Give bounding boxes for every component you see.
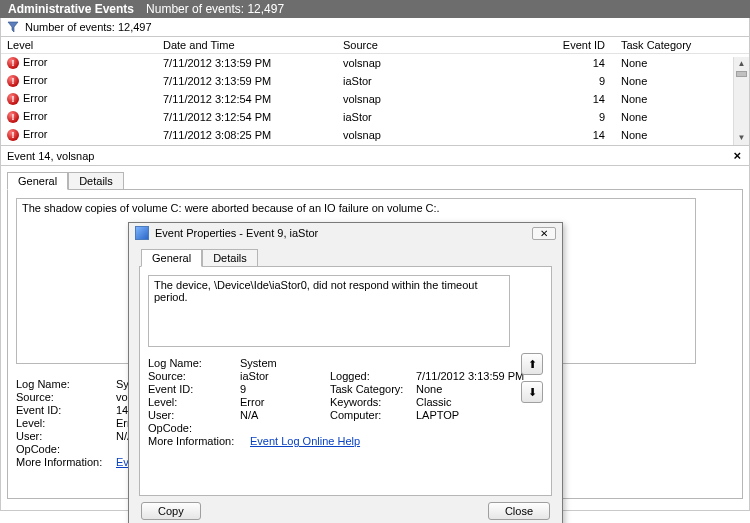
dialog-titlebar[interactable]: Event Properties - Event 9, iaStor ✕ [129,223,562,243]
dlg-link-help[interactable]: Event Log Online Help [250,435,360,447]
cell-source: volsnap [337,127,551,143]
dlg-lbl-opcode: OpCode: [148,422,240,434]
cell-date: 7/11/2012 3:13:59 PM [157,55,337,71]
dlg-val-logname: System [240,357,330,369]
event-properties-dialog: Event Properties - Event 9, iaStor ✕ Gen… [128,222,563,523]
dialog-tab-panel: The device, \Device\Ide\iaStor0, did not… [139,266,552,496]
dialog-props: Log Name:System Source:iaStor Logged:7/1… [148,357,543,447]
cell-level: Error [23,92,47,104]
dlg-lbl-source: Source: [148,370,240,382]
cell-source: iaStor [337,73,551,89]
cell-task: None [611,145,721,146]
cell-task: None [611,127,721,143]
error-icon: ! [7,57,19,69]
dlg-val-eventid: 9 [240,383,330,395]
dialog-tabs: General Details [141,249,552,267]
grid-header[interactable]: Level Date and Time Source Event ID Task… [1,37,749,54]
subheader-count: Number of events: 12,497 [25,21,152,33]
subheader: Number of events: 12,497 [0,18,750,37]
error-icon: ! [7,75,19,87]
cell-task: None [611,91,721,107]
dialog-body: General Details The device, \Device\Ide\… [129,243,562,523]
scroll-up[interactable]: ▲ [734,57,749,71]
cell-level: Error [23,128,47,140]
filter-icon [7,21,19,33]
dlg-lbl-task: Task Category: [330,383,416,395]
dlg-val-task: None [416,383,536,395]
grid-scrollbar[interactable]: ▲ ▼ [733,57,749,145]
error-icon: ! [7,111,19,123]
lbl-level: Level: [16,417,116,429]
col-eventid[interactable]: Event ID [551,37,611,53]
cell-date: 7/11/2012 3:08:25 PM [157,145,337,146]
table-row[interactable]: !Error7/11/2012 3:13:59 PMiaStor9None [1,72,749,90]
cell-date: 7/11/2012 3:12:54 PM [157,91,337,107]
cell-eventid: 14 [551,127,611,143]
dlg-val-level: Error [240,396,330,408]
col-task[interactable]: Task Category [611,37,721,53]
next-event-button[interactable]: ⬇ [521,381,543,403]
detail-tabs: General Details [7,172,743,190]
cell-source: volsnap [337,91,551,107]
event-grid: Level Date and Time Source Event ID Task… [0,37,750,146]
lbl-eventid: Event ID: [16,404,116,416]
error-icon: ! [7,93,19,105]
dialog-title-text: Event Properties - Event 9, iaStor [155,227,318,239]
detail-close[interactable]: × [729,148,745,163]
cell-task: None [611,55,721,71]
cell-date: 7/11/2012 3:08:25 PM [157,127,337,143]
error-icon: ! [7,129,19,141]
title-count: Number of events: 12,497 [146,2,284,16]
table-row[interactable]: !Error7/11/2012 3:08:25 PMvolsnap14None [1,126,749,144]
dlg-lbl-logname: Log Name: [148,357,240,369]
table-row[interactable]: !Error7/11/2012 3:13:59 PMvolsnap14None [1,54,749,72]
tab-details[interactable]: Details [68,172,124,190]
dlg-val-keywords: Classic [416,396,536,408]
tab-general[interactable]: General [7,172,68,190]
col-date[interactable]: Date and Time [157,37,337,53]
dlg-val-source: iaStor [240,370,330,382]
cell-date: 7/11/2012 3:13:59 PM [157,73,337,89]
detail-header: Event 14, volsnap × [0,146,750,166]
table-row[interactable]: !Error7/11/2012 3:12:54 PMiaStor9None [1,108,749,126]
copy-button[interactable]: Copy [141,502,201,520]
dlg-lbl-user: User: [148,409,240,421]
dlg-lbl-level: Level: [148,396,240,408]
dlg-lbl-eventid: Event ID: [148,383,240,395]
table-row[interactable]: !Error7/11/2012 3:08:25 PMiaStor9None [1,144,749,146]
cell-task: None [611,73,721,89]
dlg-lbl-computer: Computer: [330,409,416,421]
dialog-tab-details[interactable]: Details [202,249,258,267]
scroll-thumb[interactable] [736,71,747,77]
dialog-close-button[interactable]: ✕ [532,227,556,240]
dialog-tab-general[interactable]: General [141,249,202,267]
dlg-val-computer: LAPTOP [416,409,536,421]
prev-event-button[interactable]: ⬆ [521,353,543,375]
cell-eventid: 9 [551,109,611,125]
cell-level: Error [23,56,47,68]
cell-source: iaStor [337,145,551,146]
close-icon: ✕ [540,228,548,239]
cell-source: iaStor [337,109,551,125]
arrow-up-icon: ⬆ [528,358,537,370]
grid-body: !Error7/11/2012 3:13:59 PMvolsnap14None!… [1,54,749,146]
lbl-opcode: OpCode: [16,443,116,455]
cell-level: Error [23,74,47,86]
cell-eventid: 9 [551,145,611,146]
cell-level: Error [23,110,47,122]
table-row[interactable]: !Error7/11/2012 3:12:54 PMvolsnap14None [1,90,749,108]
lbl-logname: Log Name: [16,378,116,390]
cell-eventid: 14 [551,91,611,107]
title-text: Administrative Events [8,2,134,16]
col-level[interactable]: Level [1,37,157,53]
dlg-lbl-keywords: Keywords: [330,396,416,408]
close-button[interactable]: Close [488,502,550,520]
dlg-lbl-moreinfo: More Information: [148,435,250,447]
dialog-icon [135,226,149,240]
lbl-user: User: [16,430,116,442]
lbl-moreinfo: More Information: [16,456,116,468]
dlg-val-logged: 7/11/2012 3:13:59 PM [416,370,536,382]
scroll-down[interactable]: ▼ [734,131,749,145]
cell-eventid: 9 [551,73,611,89]
col-source[interactable]: Source [337,37,551,53]
